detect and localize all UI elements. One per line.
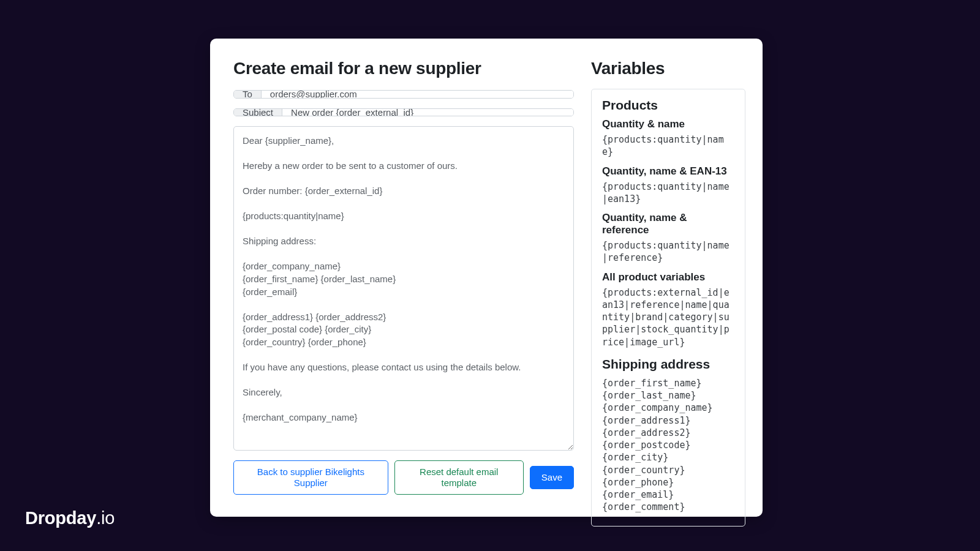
shipping-var: {order_postcode} [602,439,734,451]
variables-panel: Products Quantity & name {products:quant… [591,89,745,527]
brand-name-light: .io [96,508,115,528]
products-heading: Products [602,98,734,113]
variable-code: {products:external_id|ean13|reference|na… [602,287,734,348]
brand-logo: Dropday.io [25,508,115,528]
subject-input-group: Subject [233,108,574,117]
shipping-heading: Shipping address [602,357,734,372]
variable-code: {products:quantity|name|reference} [602,239,734,264]
variables-column: Variables Products Quantity & name {prod… [591,59,745,495]
to-input[interactable] [262,91,573,98]
page-title: Create email for a new supplier [233,59,574,78]
shipping-var: {order_company_name} [602,402,734,414]
email-template-card: Create email for a new supplier To Subje… [210,39,763,517]
shipping-var: {order_first_name} [602,377,734,389]
variables-title: Variables [591,59,745,78]
variable-label: All product variables [602,271,734,283]
to-input-group: To [233,90,574,99]
subject-input[interactable] [282,109,573,116]
button-row: Back to supplier Bikelights Supplier Res… [233,460,574,495]
back-button[interactable]: Back to supplier Bikelights Supplier [233,460,388,495]
body-textarea[interactable] [233,126,574,451]
shipping-var: {order_address1} [602,414,734,427]
shipping-var: {order_city} [602,451,734,463]
shipping-var: {order_address2} [602,427,734,439]
subject-label: Subject [234,109,282,116]
variable-label: Quantity, name & reference [602,212,734,236]
shipping-var: {order_country} [602,464,734,476]
variable-code: {products:quantity|name} [602,133,734,159]
variable-label: Quantity & name [602,118,734,130]
variable-label: Quantity, name & EAN-13 [602,165,734,178]
form-column: Create email for a new supplier To Subje… [233,59,574,495]
shipping-var: {order_phone} [602,476,734,489]
reset-button[interactable]: Reset default email template [394,460,524,495]
shipping-var: {order_comment} [602,501,734,513]
variable-code: {products:quantity|name|ean13} [602,181,734,206]
brand-name-bold: Dropday [25,508,96,528]
shipping-vars-list: {order_first_name} {order_last_name} {or… [602,377,734,514]
save-button[interactable]: Save [530,466,574,489]
shipping-var: {order_email} [602,489,734,501]
to-label: To [234,91,262,98]
shipping-var: {order_last_name} [602,389,734,402]
